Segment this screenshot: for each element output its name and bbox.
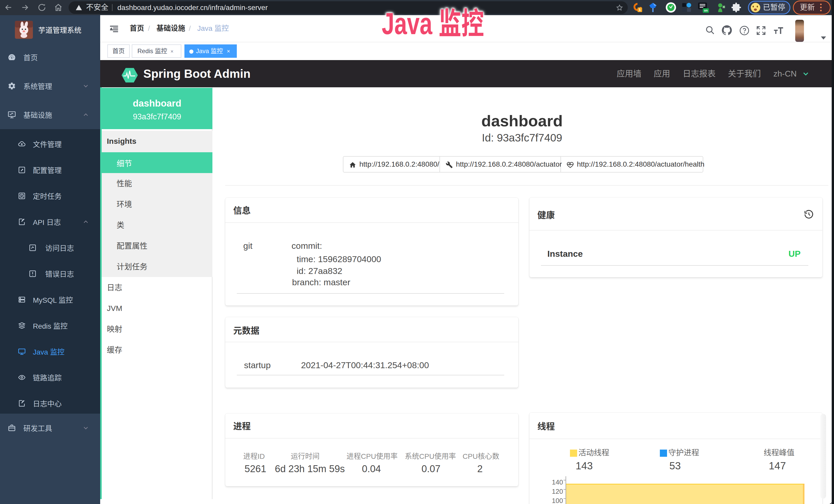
svg-text:on: on <box>704 9 708 12</box>
svg-text:1: 1 <box>639 8 641 12</box>
